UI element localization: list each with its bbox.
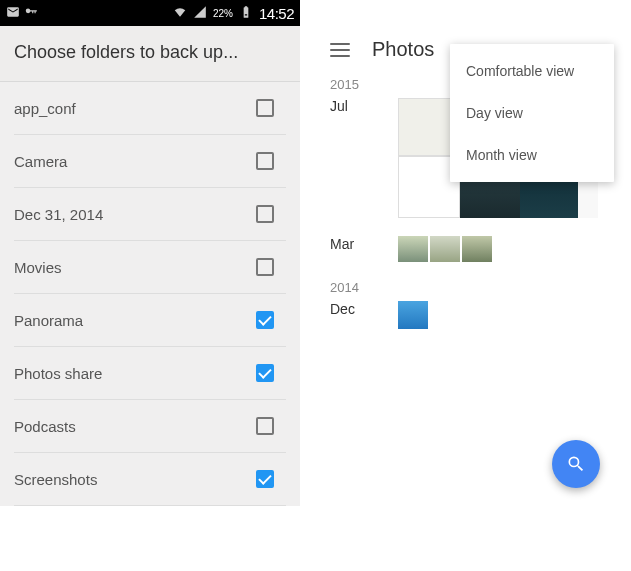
- month-label-mar: Mar: [330, 236, 380, 252]
- checkbox-checked[interactable]: [256, 470, 274, 488]
- photo-thumbnail[interactable]: [430, 236, 460, 262]
- backup-folders-screen: 22% 14:52 Choose folders to back up... a…: [0, 0, 300, 506]
- thumbnail-row-mar[interactable]: [398, 236, 492, 262]
- year-2014-label: 2014: [330, 280, 602, 295]
- checkbox[interactable]: [256, 99, 274, 117]
- cell-signal-icon: [193, 5, 207, 22]
- month-label-jul: Jul: [330, 98, 380, 114]
- folder-label: Panorama: [14, 312, 83, 329]
- photos-screen: Photos Comfortable view Day view Month v…: [316, 0, 616, 506]
- folder-label: app_conf: [14, 100, 76, 117]
- folder-label: Dec 31, 2014: [14, 206, 103, 223]
- menu-item-comfortable-view[interactable]: Comfortable view: [450, 50, 614, 92]
- folder-item-dec31[interactable]: Dec 31, 2014: [14, 188, 286, 241]
- status-time: 14:52: [259, 5, 294, 22]
- wifi-icon: [173, 5, 187, 22]
- hamburger-icon[interactable]: [330, 43, 350, 57]
- mail-icon: [6, 5, 20, 22]
- month-label-dec: Dec: [330, 301, 380, 317]
- checkbox-checked[interactable]: [256, 311, 274, 329]
- month-row-dec: Dec: [330, 301, 602, 329]
- battery-pct: 22%: [213, 8, 233, 19]
- search-icon: [566, 454, 586, 474]
- checkbox-checked[interactable]: [256, 364, 274, 382]
- folder-item-camera[interactable]: Camera: [14, 135, 286, 188]
- photo-thumbnail[interactable]: [462, 236, 492, 262]
- folder-item-photos-share[interactable]: Photos share: [14, 347, 286, 400]
- checkbox[interactable]: [256, 152, 274, 170]
- checkbox[interactable]: [256, 417, 274, 435]
- folder-item-panorama[interactable]: Panorama: [14, 294, 286, 347]
- checkbox[interactable]: [256, 258, 274, 276]
- folder-label: Screenshots: [14, 471, 97, 488]
- folder-item-screenshots[interactable]: Screenshots: [14, 453, 286, 506]
- folder-item-movies[interactable]: Movies: [14, 241, 286, 294]
- month-row-mar: Mar: [330, 236, 602, 262]
- menu-item-month-view[interactable]: Month view: [450, 134, 614, 176]
- folder-label: Movies: [14, 259, 62, 276]
- key-icon: [24, 5, 38, 22]
- folder-label: Podcasts: [14, 418, 76, 435]
- battery-icon: [239, 5, 253, 22]
- status-bar-light: [316, 0, 616, 26]
- photos-title: Photos: [372, 38, 434, 61]
- status-bar: 22% 14:52: [0, 0, 300, 26]
- menu-item-day-view[interactable]: Day view: [450, 92, 614, 134]
- search-fab[interactable]: [552, 440, 600, 488]
- folder-item-podcasts[interactable]: Podcasts: [14, 400, 286, 453]
- page-title: Choose folders to back up...: [0, 26, 300, 82]
- folder-list: app_conf Camera Dec 31, 2014 Movies Pano…: [0, 82, 300, 506]
- photo-thumbnail[interactable]: [398, 301, 428, 329]
- view-mode-menu: Comfortable view Day view Month view: [450, 44, 614, 182]
- checkbox[interactable]: [256, 205, 274, 223]
- folder-label: Photos share: [14, 365, 102, 382]
- photo-thumbnail[interactable]: [398, 236, 428, 262]
- folder-item-app-conf[interactable]: app_conf: [14, 82, 286, 135]
- folder-label: Camera: [14, 153, 67, 170]
